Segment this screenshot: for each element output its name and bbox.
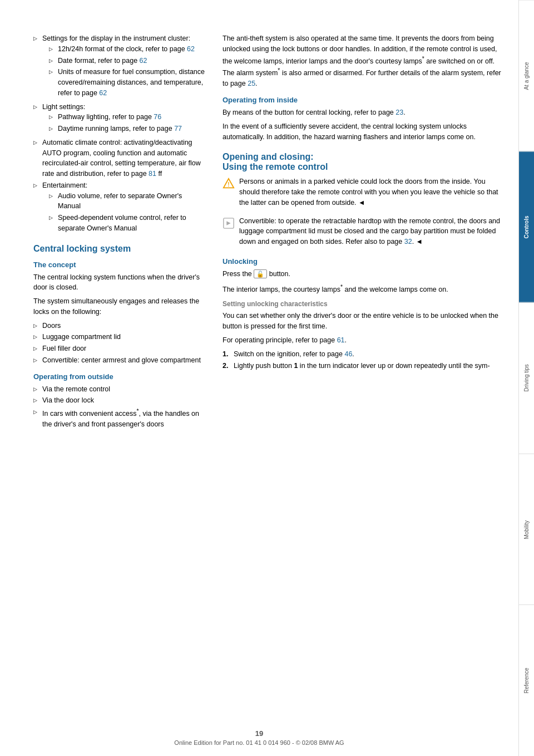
list-item: Automatic climate control: activating/de… — [33, 138, 206, 179]
page-link[interactable]: 77 — [174, 125, 182, 132]
list-item: Units of measure for fuel consumption, d… — [49, 67, 206, 98]
warning-icon: ! — [222, 178, 235, 190]
list-item: Convertible: center armrest and glove co… — [33, 355, 206, 366]
setting-unlocking-title: Setting unlocking characteristics — [222, 300, 502, 308]
list-item: Luggage compartment lid — [33, 332, 206, 342]
svg-text:!: ! — [228, 181, 229, 188]
list-item: Fuel filler door — [33, 343, 206, 354]
anti-theft-p1: The anti-theft system is also operated a… — [222, 33, 502, 89]
list-item: Pathway lighting, refer to page 76 — [49, 112, 206, 122]
setting-steps-list: 1. Switch on the ignition, refer to page… — [222, 349, 502, 372]
sub-list-light: Pathway lighting, refer to page 76 Dayti… — [49, 112, 206, 134]
page-link[interactable]: 62 — [140, 57, 147, 65]
sub-list-display: 12h/24h format of the clock, refer to pa… — [49, 44, 206, 99]
note-box: Convertible: to operate the retractable … — [222, 216, 502, 251]
warning-text: Persons or animals in a parked vehicle c… — [239, 176, 502, 208]
page-link[interactable]: 46 — [344, 350, 352, 358]
unlocking-title: Unlocking — [222, 257, 502, 266]
setting-p1: You can set whether only the driver's do… — [222, 311, 502, 332]
page-link[interactable]: 61 — [337, 336, 345, 344]
left-column: Settings for the display in the instrume… — [33, 33, 206, 734]
operating-inside-p1: By means of the button for central locki… — [222, 107, 502, 118]
svg-marker-3 — [226, 221, 230, 225]
operating-outside-list: Via the remote control Via the door lock… — [33, 384, 206, 430]
note-icon — [222, 217, 235, 229]
page-link[interactable]: 32 — [404, 238, 412, 246]
unlock-button-symbol: 🔓 — [254, 269, 267, 278]
intro-item-light: Light settings: — [42, 103, 85, 111]
sidebar-tab-mobility[interactable]: Mobility — [519, 454, 534, 605]
list-item: Speed-dependent volume control, refer to… — [49, 213, 206, 234]
concept-items-list: Doors Luggage compartment lid Fuel fille… — [33, 321, 206, 366]
note-text: Convertible: to operate the retractable … — [239, 216, 502, 247]
list-item: Doors — [33, 321, 206, 331]
list-item: Settings for the display in the instrume… — [33, 33, 206, 99]
sidebar: At a glance Controls Driving tips Mobili… — [518, 0, 534, 756]
step-number: 1. — [222, 349, 228, 360]
list-item: 1. Switch on the ignition, refer to page… — [222, 349, 502, 360]
page-link[interactable]: 81 — [149, 170, 156, 178]
page-container: Settings for the display in the instrume… — [0, 0, 534, 756]
setting-p2: For operating principle, refer to page 6… — [222, 335, 502, 346]
intro-item-display: Settings for the display in the instrume… — [42, 35, 190, 42]
list-item: Via the remote control — [33, 384, 206, 395]
concept-p2: The system simultaneously engages and re… — [33, 296, 206, 317]
step-number: 2. — [222, 361, 228, 371]
button-label: 1 — [294, 362, 298, 370]
main-content: Settings for the display in the instrume… — [0, 0, 518, 756]
sidebar-tab-driving-tips[interactable]: Driving tips — [519, 302, 534, 454]
list-item: Entertainment: Audio volume, refer to se… — [33, 180, 206, 234]
page-link[interactable]: 23 — [395, 109, 403, 116]
unlocking-p2: The interior lamps, the courtesy lamps* … — [222, 283, 502, 295]
list-item: Date format, refer to page 62 — [49, 56, 206, 66]
warning-box: ! Persons or animals in a parked vehicle… — [222, 176, 502, 211]
footer-text: Online Edition for Part no. 01 41 0 014 … — [0, 739, 518, 746]
page-footer: 19 Online Edition for Part no. 01 41 0 0… — [0, 729, 518, 746]
unlocking-p1: Press the 🔓 button. — [222, 269, 502, 279]
list-item: 12h/24h format of the clock, refer to pa… — [49, 44, 206, 55]
opening-closing-title: Opening and closing:Using the remote con… — [222, 152, 502, 172]
operating-outside-title: Operating from outside — [33, 372, 206, 381]
page-link[interactable]: 62 — [187, 45, 195, 53]
central-locking-title: Central locking system — [33, 244, 206, 254]
sidebar-tab-at-a-glance[interactable]: At a glance — [519, 0, 534, 151]
list-item: In cars with convenient access*, via the… — [33, 407, 206, 430]
list-item: Via the door lock — [33, 395, 206, 406]
list-item: Daytime running lamps, refer to page 77 — [49, 124, 206, 134]
intro-list: Settings for the display in the instrume… — [33, 33, 206, 234]
page-link[interactable]: 25 — [248, 80, 255, 87]
concept-subtitle: The concept — [33, 261, 206, 269]
sidebar-tab-controls[interactable]: Controls — [519, 151, 534, 303]
sub-list-entertainment: Audio volume, refer to separate Owner's … — [49, 191, 206, 234]
operating-inside-p2: In the event of a sufficiently severe ac… — [222, 121, 502, 143]
page-number: 19 — [0, 729, 518, 738]
sidebar-tab-reference[interactable]: Reference — [519, 605, 534, 756]
list-item: Light settings: Pathway lighting, refer … — [33, 102, 206, 134]
page-link[interactable]: 62 — [99, 89, 107, 97]
intro-item-entertainment: Entertainment: — [42, 181, 87, 189]
operating-inside-title: Operating from inside — [222, 96, 502, 104]
list-item: 2. Lightly push button 1 in the turn ind… — [222, 361, 502, 371]
concept-p1: The central locking system functions whe… — [33, 272, 206, 293]
right-column: The anti-theft system is also operated a… — [222, 33, 502, 734]
page-link[interactable]: 76 — [154, 113, 161, 121]
list-item: Audio volume, refer to separate Owner's … — [49, 191, 206, 212]
